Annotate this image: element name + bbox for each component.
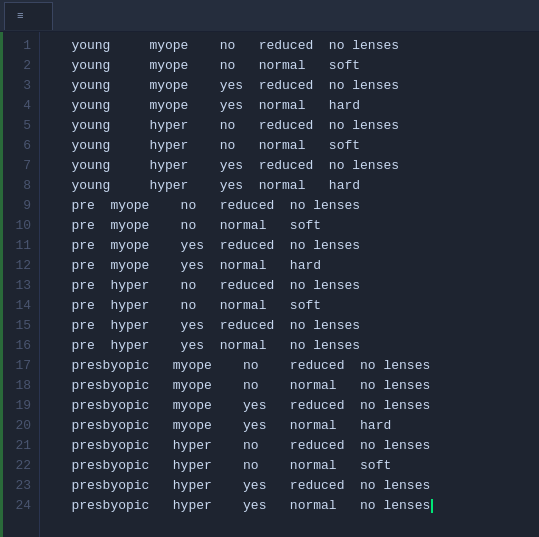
- line-number: 18: [12, 376, 31, 396]
- line-number: 5: [12, 116, 31, 136]
- line-number: 21: [12, 436, 31, 456]
- line-numbers: 123456789101112131415161718192021222324: [4, 32, 40, 537]
- code-line: pre hyper yes normal no lenses: [48, 336, 531, 356]
- line-number: 22: [12, 456, 31, 476]
- editor-area: 123456789101112131415161718192021222324 …: [0, 32, 539, 537]
- code-line: young hyper yes reduced no lenses: [48, 156, 531, 176]
- line-number: 10: [12, 216, 31, 236]
- line-number: 23: [12, 476, 31, 496]
- line-number: 6: [12, 136, 31, 156]
- line-number: 11: [12, 236, 31, 256]
- code-line: pre myope yes normal hard: [48, 256, 531, 276]
- line-number: 13: [12, 276, 31, 296]
- code-line: young hyper no normal soft: [48, 136, 531, 156]
- code-line: pre hyper no reduced no lenses: [48, 276, 531, 296]
- code-line: young myope yes reduced no lenses: [48, 76, 531, 96]
- code-line: young hyper yes normal hard: [48, 176, 531, 196]
- line-number: 9: [12, 196, 31, 216]
- code-line: presbyopic myope yes normal hard: [48, 416, 531, 436]
- line-number: 15: [12, 316, 31, 336]
- code-line: pre myope no normal soft: [48, 216, 531, 236]
- code-line: presbyopic myope no reduced no lenses: [48, 356, 531, 376]
- code-content[interactable]: young myope no reduced no lenses young m…: [40, 32, 539, 537]
- line-number: 17: [12, 356, 31, 376]
- line-number: 2: [12, 56, 31, 76]
- code-line: pre hyper yes reduced no lenses: [48, 316, 531, 336]
- line-number: 12: [12, 256, 31, 276]
- line-number: 19: [12, 396, 31, 416]
- line-number: 4: [12, 96, 31, 116]
- line-number: 14: [12, 296, 31, 316]
- code-line: presbyopic myope no normal no lenses: [48, 376, 531, 396]
- tab-bar: ≡: [0, 0, 539, 32]
- file-tab[interactable]: ≡: [4, 2, 53, 30]
- line-number: 20: [12, 416, 31, 436]
- code-line: young myope yes normal hard: [48, 96, 531, 116]
- editor-left-border: [0, 32, 4, 537]
- code-line: presbyopic hyper no reduced no lenses: [48, 436, 531, 456]
- code-line: presbyopic hyper no normal soft: [48, 456, 531, 476]
- code-line: young myope no normal soft: [48, 56, 531, 76]
- code-line: presbyopic hyper yes normal no lenses: [48, 496, 531, 516]
- code-line: pre myope yes reduced no lenses: [48, 236, 531, 256]
- code-line: presbyopic myope yes reduced no lenses: [48, 396, 531, 416]
- file-icon: ≡: [17, 10, 24, 22]
- line-number: 24: [12, 496, 31, 516]
- code-line: pre hyper no normal soft: [48, 296, 531, 316]
- code-line: young myope no reduced no lenses: [48, 36, 531, 56]
- line-number: 7: [12, 156, 31, 176]
- code-line: young hyper no reduced no lenses: [48, 116, 531, 136]
- line-number: 8: [12, 176, 31, 196]
- line-number: 1: [12, 36, 31, 56]
- line-number: 3: [12, 76, 31, 96]
- code-line: pre myope no reduced no lenses: [48, 196, 531, 216]
- line-number: 16: [12, 336, 31, 356]
- code-line: presbyopic hyper yes reduced no lenses: [48, 476, 531, 496]
